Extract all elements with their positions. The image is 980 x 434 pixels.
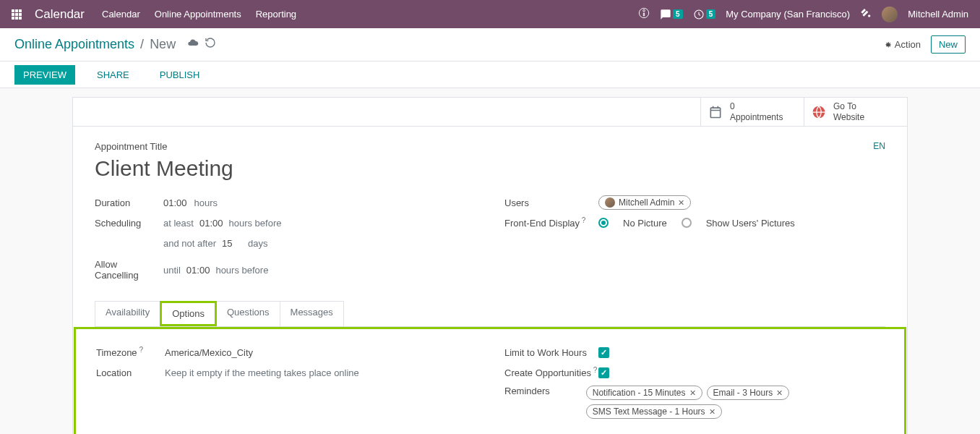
company-name[interactable]: My Company (San Francisco) [726, 9, 850, 20]
subheader: Online Appointments / New Action New [0, 28, 980, 61]
sched-not-after: and not after [163, 238, 216, 249]
user-tag-remove-icon[interactable]: ✕ [678, 198, 684, 208]
tab-questions[interactable]: Questions [216, 301, 280, 326]
tab-options[interactable]: Options [160, 301, 217, 326]
new-button[interactable]: New [931, 35, 966, 54]
tab-preview[interactable]: PREVIEW [14, 65, 75, 85]
sched-at-least: at least [163, 218, 194, 229]
brand-name: Calendar [35, 7, 85, 22]
form-body: Appointment Title Client Meeting EN Dura… [73, 127, 907, 288]
stat-goto-website[interactable]: Go To Website [804, 98, 907, 126]
duration-unit: hours [194, 197, 218, 208]
radio-no-picture-label: No Picture [623, 218, 667, 229]
create-opp-checkbox[interactable] [598, 367, 609, 378]
sched-unit2: days [248, 238, 267, 249]
action-menu[interactable]: Action [883, 39, 921, 50]
breadcrumb: Online Appointments / New [14, 37, 216, 52]
radio-show-pics-label: Show Users' Pictures [706, 218, 795, 229]
tab-publish[interactable]: PUBLISH [151, 65, 209, 85]
help-icon[interactable] [638, 7, 650, 21]
reminders-label: Reminders [504, 386, 586, 396]
globe-icon [812, 105, 826, 119]
settings-icon[interactable] [860, 7, 872, 21]
nav-reporting[interactable]: Reporting [256, 9, 296, 20]
appt-label: Appointments [730, 112, 783, 122]
location-label: Location [96, 367, 165, 378]
radio-show-pics[interactable] [682, 218, 692, 228]
location-input[interactable]: Keep it empty if the meeting takes place… [165, 367, 359, 378]
tab-availability[interactable]: Availability [95, 301, 160, 326]
inner-tabs: Availability Options Questions Messages [95, 301, 885, 327]
user-tag-name: Mitchell Admin [619, 197, 674, 208]
user-name[interactable]: Mitchell Admin [908, 9, 968, 20]
appt-count: 0 [730, 101, 783, 111]
reminder-tags[interactable]: Notification - 15 Minutes✕ Email - 3 Hou… [586, 386, 884, 419]
create-opp-label: Create Opportunities ? [504, 366, 598, 378]
top-nav: Calendar Online Appointments Reporting [102, 9, 296, 20]
topbar-right: 5 5 My Company (San Francisco) Mitchell … [638, 7, 968, 22]
messages-badge: 5 [673, 9, 683, 19]
user-avatar[interactable] [882, 7, 898, 22]
activities-badge: 5 [706, 9, 716, 19]
content: 0 Appointments Go To Website Appointment… [0, 88, 980, 434]
radio-no-picture[interactable] [598, 218, 609, 228]
user-tag-avatar [605, 197, 615, 208]
crumb-sep: / [140, 37, 144, 52]
messages-icon[interactable]: 5 [660, 9, 683, 20]
tag-remove-icon[interactable]: ✕ [689, 388, 696, 398]
view-tabbar: PREVIEW SHARE PUBLISH [0, 61, 980, 88]
timezone-value[interactable]: America/Mexico_City [165, 347, 253, 358]
subheader-actions: Action New [883, 35, 966, 54]
cancel-value[interactable]: 01:00 [186, 265, 210, 276]
duration-value[interactable]: 01:00 [163, 197, 187, 208]
tab-messages[interactable]: Messages [280, 301, 344, 326]
discard-icon[interactable] [205, 37, 216, 52]
title-value[interactable]: Client Meeting [95, 156, 233, 181]
stat-appointments[interactable]: 0 Appointments [700, 98, 804, 126]
tag-remove-icon[interactable]: ✕ [776, 388, 783, 398]
crumb-current: New [150, 37, 176, 52]
stat-row: 0 Appointments Go To Website [73, 98, 907, 127]
topbar: Calendar Calendar Online Appointments Re… [0, 0, 980, 28]
title-label: Appointment Title [95, 141, 233, 152]
form-card: 0 Appointments Go To Website Appointment… [72, 97, 908, 434]
scheduling-label: Scheduling [95, 218, 163, 229]
limit-work-hours-checkbox[interactable] [598, 347, 609, 358]
reminder-tag[interactable]: Email - 3 Hours✕ [707, 386, 790, 400]
calendar-icon [708, 105, 723, 119]
timezone-label: Timezone ? [96, 346, 165, 358]
cancel-until: until [163, 265, 181, 276]
nav-calendar[interactable]: Calendar [102, 9, 140, 20]
reminder-tag[interactable]: Notification - 15 Minutes✕ [586, 386, 702, 400]
frontend-label: Front-End Display ? [504, 216, 598, 229]
cancel-label: Allow Cancelling [95, 259, 163, 281]
nav-online-appointments[interactable]: Online Appointments [155, 9, 241, 20]
sched-unit1: hours before [228, 218, 281, 229]
users-label: Users [504, 197, 598, 208]
lang-badge[interactable]: EN [873, 141, 885, 151]
sched-not-after-value[interactable]: 15 [222, 238, 242, 249]
sched-at-least-value[interactable]: 01:00 [199, 218, 223, 229]
goto-line2: Website [833, 112, 864, 122]
duration-label: Duration [95, 197, 163, 208]
user-tag[interactable]: Mitchell Admin ✕ [598, 195, 691, 210]
limit-work-hours-label: Limit to Work Hours [504, 347, 598, 358]
reminder-tag[interactable]: SMS Text Message - 1 Hours✕ [586, 404, 722, 419]
options-panel: Timezone ? America/Mexico_City Location … [74, 327, 906, 434]
apps-icon[interactable] [12, 9, 22, 20]
goto-line1: Go To [833, 101, 864, 111]
tag-remove-icon[interactable]: ✕ [709, 407, 715, 417]
save-cloud-icon[interactable] [187, 37, 199, 52]
crumb-root[interactable]: Online Appointments [14, 37, 134, 52]
topbar-left: Calendar Calendar Online Appointments Re… [12, 7, 296, 22]
tab-share[interactable]: SHARE [88, 65, 138, 85]
cancel-unit: hours before [215, 265, 268, 276]
activities-icon[interactable]: 5 [693, 9, 716, 20]
